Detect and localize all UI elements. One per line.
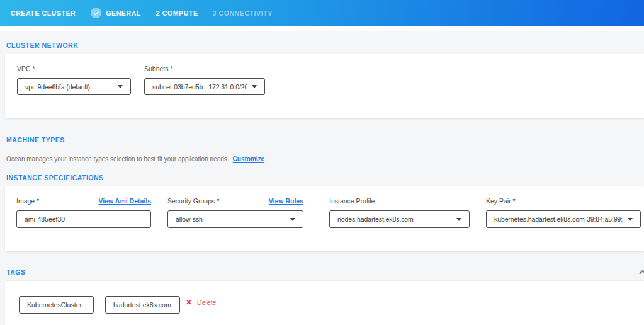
chevron-down-icon	[456, 218, 461, 221]
vpc-dropdown[interactable]: vpc-9dee6bfa (default)	[17, 78, 131, 95]
key-pair-field: Key Pair * kubernetes.hadartest.ek8s.com…	[486, 197, 641, 205]
subnets-dropdown[interactable]: subnet-03b7ed5b - 172.31.0.0/20 ...	[144, 78, 265, 95]
security-groups-field: Security Groups * View Rules allow-ssh	[167, 197, 303, 205]
chevron-down-icon	[290, 218, 295, 221]
machine-types-description-row: Ocean manages your instance types select…	[6, 156, 264, 162]
vpc-value: vpc-9dee6bfa (default)	[25, 83, 90, 91]
instance-profile-label: Instance Profile	[329, 197, 470, 205]
cluster-network-card: VPC * vpc-9dee6bfa (default) Subnets * s…	[5, 54, 644, 118]
key-pair-dropdown[interactable]: kubernetes.hadartest.ek8s.com-39:84:a5:9…	[486, 210, 641, 228]
security-groups-value: allow-ssh	[176, 215, 203, 223]
key-pair-label: Key Pair *	[486, 197, 641, 205]
instance-profile-value: nodes.hadartest.ek8s.com	[337, 215, 414, 223]
subnets-value: subnet-03b7ed5b - 172.31.0.0/20 ...	[152, 83, 247, 91]
image-input[interactable]	[16, 210, 151, 228]
section-title-cluster-network: CLUSTER NETWORK	[6, 42, 78, 49]
security-groups-dropdown[interactable]: allow-ssh	[167, 210, 303, 228]
create-cluster-wizard: CREATE CLUSTER GENERAL 2 COMPUTE 3 CONNE…	[0, 0, 644, 325]
section-title-machine-types: MACHINE TYPES	[6, 136, 65, 144]
delete-tag-button[interactable]: ✕ Delete	[186, 299, 216, 306]
wizard-body: CLUSTER NETWORK VPC * vpc-9dee6bfa (defa…	[0, 26, 644, 325]
tab-general[interactable]: GENERAL	[91, 8, 141, 18]
tab-connectivity[interactable]: 3 CONNECTIVITY	[213, 9, 273, 17]
tag-key-input[interactable]	[19, 296, 94, 314]
wizard-title: CREATE CLUSTER	[11, 9, 76, 17]
section-title-tags: TAGS	[6, 268, 25, 276]
tab-compute[interactable]: 2 COMPUTE	[156, 9, 198, 17]
vpc-field: VPC * vpc-9dee6bfa (default)	[17, 65, 131, 72]
tags-card: ✕ Delete	[5, 281, 644, 325]
section-title-instance-specifications: INSTANCE SPECIFICATIONS	[6, 174, 104, 181]
chevron-down-icon	[628, 218, 633, 221]
view-ami-details-link[interactable]: View Ami Details	[99, 197, 151, 205]
view-rules-link[interactable]: View Rules	[269, 197, 303, 205]
tab-connectivity-label: 3 CONNECTIVITY	[213, 9, 273, 17]
tab-compute-label: 2 COMPUTE	[156, 9, 198, 17]
instance-profile-dropdown[interactable]: nodes.hadartest.ek8s.com	[329, 210, 470, 228]
header-underlay-strip	[0, 26, 644, 31]
chevron-down-icon	[252, 85, 257, 88]
tag-value-input[interactable]	[105, 296, 180, 314]
wizard-header: CREATE CLUSTER GENERAL 2 COMPUTE 3 CONNE…	[0, 0, 644, 26]
check-icon	[91, 8, 101, 18]
key-pair-value: kubernetes.hadartest.ek8s.com-39:84:a5:9…	[494, 215, 623, 223]
tab-general-label: GENERAL	[106, 9, 141, 17]
chevron-down-icon	[118, 85, 123, 88]
machine-types-description: Ocean manages your instance types select…	[6, 156, 229, 162]
instance-profile-field: Instance Profile nodes.hadartest.ek8s.co…	[329, 197, 470, 205]
image-field: Image * View Ami Details	[16, 197, 151, 205]
vpc-label: VPC *	[17, 65, 131, 72]
instance-specifications-card: Image * View Ami Details Security Groups…	[5, 186, 644, 251]
customize-link[interactable]: Customize	[233, 156, 265, 162]
subnets-field: Subnets * subnet-03b7ed5b - 172.31.0.0/2…	[144, 65, 265, 72]
delete-x-icon: ✕	[186, 299, 192, 306]
delete-tag-label: Delete	[197, 299, 216, 306]
collapse-chevron-icon[interactable]	[639, 270, 644, 277]
subnets-label: Subnets *	[144, 65, 265, 72]
